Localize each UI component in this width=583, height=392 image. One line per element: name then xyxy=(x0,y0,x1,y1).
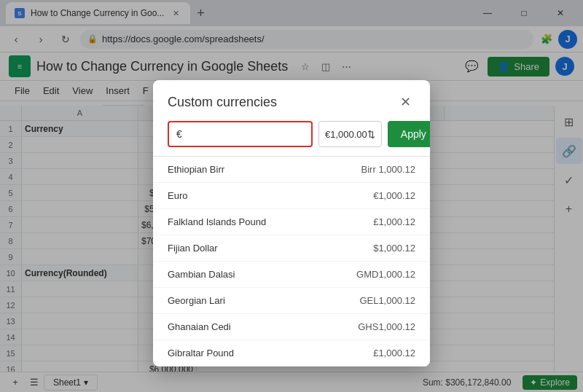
currency-preview: Birr 1,000.12 xyxy=(361,164,415,175)
list-item[interactable]: Fijian Dollar$1,000.12 xyxy=(153,235,430,262)
currency-preview: GMD1,000.12 xyxy=(356,269,415,280)
list-item[interactable]: Ethiopian BirrBirr 1,000.12 xyxy=(153,157,430,183)
preview-value-text: €1,000.00 xyxy=(325,129,367,140)
modal-overlay: Custom currencies ✕ €1,000.00 ⇅ Apply Et… xyxy=(0,0,583,392)
list-item[interactable]: Gambian DalasiGMD1,000.12 xyxy=(153,262,430,288)
modal-header: Custom currencies ✕ xyxy=(153,80,430,121)
modal-title: Custom currencies xyxy=(168,95,277,110)
list-item[interactable]: Ghanaian CediGHS1,000.12 xyxy=(153,314,430,340)
list-item[interactable]: Falkland Islands Pound£1,000.12 xyxy=(153,209,430,235)
currency-preview: €1,000.12 xyxy=(373,190,415,201)
currency-preview-display: €1,000.00 ⇅ xyxy=(318,121,382,147)
preview-spinner-icon: ⇅ xyxy=(367,129,375,140)
custom-currencies-modal: Custom currencies ✕ €1,000.00 ⇅ Apply Et… xyxy=(153,80,430,366)
modal-close-button[interactable]: ✕ xyxy=(395,92,415,112)
currency-name: Ethiopian Birr xyxy=(168,164,224,175)
currency-name: Falkland Islands Pound xyxy=(168,216,266,227)
currency-name: Georgian Lari xyxy=(168,295,225,306)
currency-preview: £1,000.12 xyxy=(373,216,415,227)
currency-name: Ghanaian Cedi xyxy=(168,321,231,332)
currency-name: Gibraltar Pound xyxy=(168,348,234,358)
list-item[interactable]: Georgian LariGEL1,000.12 xyxy=(153,288,430,314)
currency-preview: $1,000.12 xyxy=(373,243,415,254)
currency-preview: GHS1,000.12 xyxy=(358,321,415,332)
currency-list[interactable]: Ethiopian BirrBirr 1,000.12Euro€1,000.12… xyxy=(153,156,430,366)
list-item[interactable]: Gibraltar Pound£1,000.12 xyxy=(153,340,430,366)
currency-name: Gambian Dalasi xyxy=(168,269,235,280)
currency-name: Euro xyxy=(168,190,187,201)
currency-name: Fijian Dollar xyxy=(168,243,218,254)
modal-input-row: €1,000.00 ⇅ Apply xyxy=(153,121,430,156)
currency-preview: £1,000.12 xyxy=(373,348,415,358)
currency-search-input[interactable] xyxy=(168,121,313,147)
list-item[interactable]: Euro€1,000.12 xyxy=(153,183,430,209)
apply-button[interactable]: Apply xyxy=(388,121,430,147)
currency-preview: GEL1,000.12 xyxy=(359,295,415,306)
